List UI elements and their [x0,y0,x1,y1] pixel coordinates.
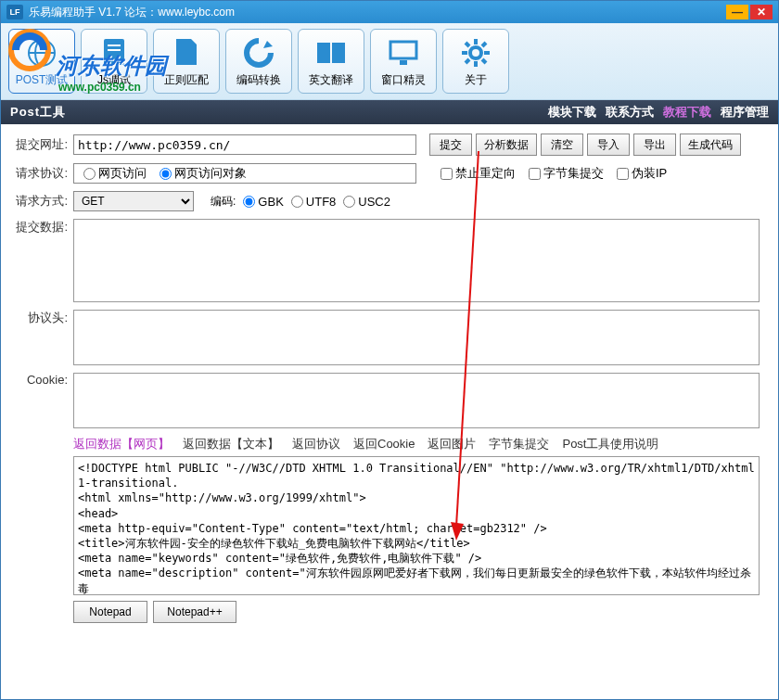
svg-line-18 [482,43,486,46]
svg-point-11 [470,47,481,58]
protocol-label: 请求协议: [14,165,68,182]
header-textarea[interactable] [73,310,760,365]
toolbar-regex[interactable]: 正则匹配 [153,29,220,94]
titlebar: LF 乐易编程助手 V1.7 论坛：www.leybc.com — ✕ [1,1,778,23]
globe-icon [24,35,59,70]
method-label: 请求方式: [14,193,68,210]
byte-submit-check[interactable]: 字节集提交 [529,165,604,182]
analyze-button[interactable]: 分析数据 [476,134,537,156]
tab-return-text[interactable]: 返回数据【文本】 [183,436,279,452]
no-redirect-check[interactable]: 禁止重定向 [441,165,516,182]
import-button[interactable]: 导入 [587,134,630,156]
svg-rect-5 [108,45,121,46]
toolbar-window[interactable]: 窗口精灵 [370,29,437,94]
toolbar-js-debug[interactable]: Js调试 [81,29,147,94]
tab-help[interactable]: Post工具使用说明 [562,436,658,452]
url-label: 提交网址: [14,136,68,153]
main-toolbar: POST测试 Js调试 正则匹配 编码转换 英文翻译 窗口精灵 关于 [1,23,778,100]
data-label: 提交数据: [14,219,68,235]
subbar-module-download[interactable]: 模块下载 [548,104,596,121]
subbar-program-manage[interactable]: 程序管理 [721,104,769,121]
tab-return-image[interactable]: 返回图片 [428,436,476,452]
toolbar-translate[interactable]: 英文翻译 [298,29,364,94]
svg-rect-9 [390,42,416,58]
svg-rect-4 [104,39,124,65]
enc-usc2-radio[interactable]: USC2 [343,195,390,209]
encoding-label: 编码: [211,194,236,210]
protocol-radio-group: 网页访问 网页访问对象 [73,163,416,184]
protocol-obj-radio[interactable]: 网页访问对象 [160,165,247,182]
subbar: Post工具 模块下载 联系方式 教程下载 程序管理 [1,100,778,124]
tab-return-web[interactable]: 返回数据【网页】 [73,436,170,452]
result-textarea[interactable]: <!DOCTYPE html PUBLIC "-//W3C//DTD XHTML… [73,456,760,595]
svg-line-16 [466,43,469,46]
cookie-label: Cookie: [14,373,68,387]
svg-rect-7 [317,43,330,63]
result-tabs: 返回数据【网页】 返回数据【文本】 返回协议 返回Cookie 返回图片 字节集… [73,436,765,452]
toolbar-about[interactable]: 关于 [442,29,509,94]
gear-icon [458,35,493,70]
notepad-button[interactable]: Notepad [73,601,147,623]
svg-rect-6 [108,49,121,51]
header-label: 协议头: [14,310,68,326]
url-input[interactable] [73,134,416,155]
refresh-icon [241,35,276,70]
cookie-textarea[interactable] [73,373,760,428]
close-button[interactable]: ✕ [750,5,773,19]
method-select[interactable]: GET [73,191,194,211]
toolbar-encode[interactable]: 编码转换 [225,29,292,94]
document-icon [96,35,132,70]
enc-gbk-radio[interactable]: GBK [243,195,283,209]
svg-line-19 [466,59,469,63]
enc-utf8-radio[interactable]: UTF8 [291,195,337,209]
subbar-title: Post工具 [10,104,539,121]
submit-data-textarea[interactable] [73,219,760,302]
minimize-button[interactable]: — [726,5,748,19]
fake-ip-check[interactable]: 伪装IP [617,165,667,182]
document2-icon [169,35,204,70]
notepadpp-button[interactable]: Notepad++ [153,601,236,623]
subbar-contact[interactable]: 联系方式 [606,104,654,121]
svg-line-17 [482,59,486,63]
toolbar-post-test[interactable]: POST测试 [8,29,75,94]
window-title: 乐易编程助手 V1.7 论坛：www.leybc.com [29,5,724,20]
protocol-web-radio[interactable]: 网页访问 [83,165,147,182]
subbar-tutorial[interactable]: 教程下载 [663,104,711,121]
export-button[interactable]: 导出 [633,134,676,156]
submit-button[interactable]: 提交 [429,134,472,156]
gencode-button[interactable]: 生成代码 [680,134,741,156]
tab-byte-submit[interactable]: 字节集提交 [489,436,549,452]
app-logo-icon: LF [6,5,23,19]
clear-button[interactable]: 清空 [541,134,583,156]
monitor-icon [386,35,421,70]
tab-return-protocol[interactable]: 返回协议 [292,436,340,452]
svg-rect-10 [400,60,407,65]
svg-rect-8 [332,43,345,63]
tab-return-cookie[interactable]: 返回Cookie [353,436,415,452]
book-icon [313,35,349,70]
